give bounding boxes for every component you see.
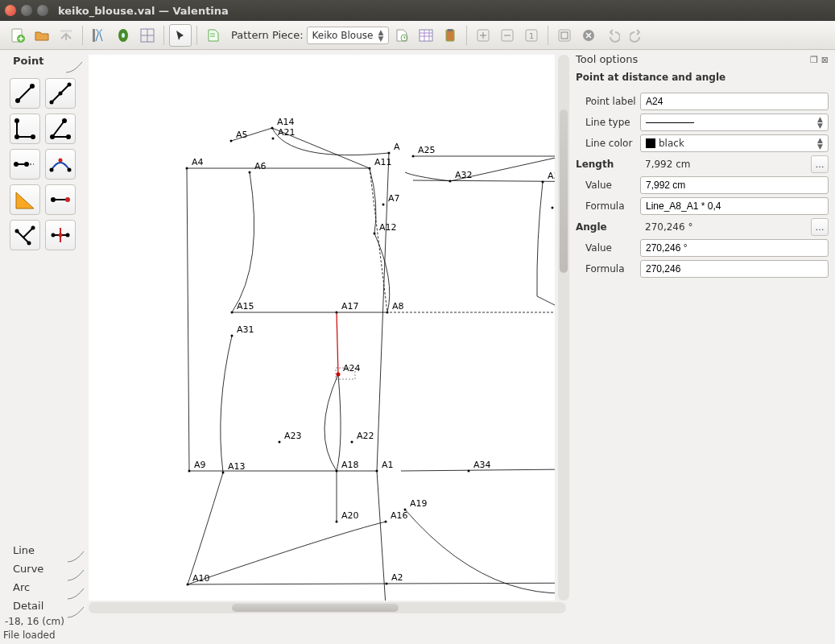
window-minimize-button[interactable] bbox=[21, 5, 32, 16]
svg-text:A34: A34 bbox=[473, 460, 491, 470]
svg-point-144 bbox=[552, 207, 554, 209]
tool-shoulder[interactable] bbox=[10, 220, 40, 250]
redo-button[interactable] bbox=[626, 24, 648, 47]
tool-triangle[interactable] bbox=[10, 184, 40, 215]
drawing-canvas[interactable]: AA1A2A3A4A5A6A7A8A9A10A11A12A13A14A15A16… bbox=[89, 55, 555, 601]
svg-point-52 bbox=[52, 233, 56, 237]
tape-button[interactable] bbox=[112, 24, 134, 47]
svg-text:A1: A1 bbox=[382, 460, 394, 470]
svg-point-41 bbox=[59, 159, 63, 163]
tool-bisector[interactable] bbox=[45, 114, 76, 144]
window-close-button[interactable] bbox=[5, 5, 16, 16]
tool-along-line[interactable] bbox=[10, 149, 40, 180]
grid-measure-button[interactable] bbox=[136, 24, 159, 47]
svg-rect-3 bbox=[93, 29, 95, 42]
svg-text:A7: A7 bbox=[388, 193, 400, 204]
svg-point-90 bbox=[386, 312, 389, 314]
length-value-input[interactable] bbox=[640, 176, 829, 194]
svg-text:A: A bbox=[394, 142, 400, 152]
tab-point[interactable]: Point bbox=[6, 52, 82, 70]
horizontal-scrollbar[interactable] bbox=[89, 602, 566, 613]
svg-text:A23: A23 bbox=[284, 431, 302, 441]
svg-point-5 bbox=[122, 33, 125, 38]
stop-button[interactable] bbox=[577, 24, 600, 47]
svg-point-37 bbox=[14, 162, 19, 167]
point-label-label: Point label bbox=[576, 96, 640, 107]
detach-icon[interactable]: ❐ bbox=[810, 55, 818, 65]
tab-detail[interactable]: Detail bbox=[6, 597, 84, 615]
svg-point-40 bbox=[68, 168, 72, 172]
svg-text:A17: A17 bbox=[341, 301, 359, 312]
svg-rect-15 bbox=[559, 30, 570, 41]
svg-point-114 bbox=[336, 521, 338, 523]
svg-point-124 bbox=[412, 155, 415, 158]
save-file-button[interactable] bbox=[55, 24, 77, 47]
pattern-piece-select[interactable]: Keiko Blouse ▲▼ bbox=[307, 27, 390, 44]
svg-text:A21: A21 bbox=[278, 127, 296, 138]
undo-button[interactable] bbox=[601, 24, 624, 47]
tool-perpendicular[interactable] bbox=[10, 114, 40, 144]
tool-midpoint[interactable] bbox=[45, 78, 76, 109]
svg-point-96 bbox=[369, 167, 371, 170]
tab-curve[interactable]: Curve bbox=[6, 559, 84, 578]
new-file-button[interactable] bbox=[6, 24, 29, 47]
close-panel-icon[interactable]: ⊠ bbox=[821, 55, 829, 65]
length-formula-input[interactable] bbox=[640, 197, 829, 215]
svg-text:A15: A15 bbox=[237, 301, 254, 312]
svg-text:A13: A13 bbox=[228, 461, 246, 472]
clipboard-button[interactable] bbox=[439, 24, 461, 47]
length-label: Length bbox=[576, 159, 640, 170]
zoom-out-button[interactable] bbox=[496, 24, 519, 47]
svg-text:A11: A11 bbox=[374, 157, 392, 167]
angle-formula-input[interactable] bbox=[640, 260, 829, 278]
svg-point-74 bbox=[388, 152, 391, 155]
line-type-select[interactable]: ▲▼ bbox=[640, 114, 829, 131]
zoom-in-button[interactable] bbox=[472, 24, 494, 47]
angle-value-input[interactable] bbox=[640, 239, 829, 257]
svg-text:A12: A12 bbox=[379, 222, 397, 233]
tab-arc[interactable]: Arc bbox=[6, 578, 84, 597]
tool-intersection[interactable] bbox=[45, 149, 76, 180]
tab-line[interactable]: Line bbox=[6, 541, 84, 559]
svg-text:A25: A25 bbox=[418, 145, 436, 155]
svg-text:A31: A31 bbox=[237, 324, 254, 335]
vertical-scrollbar[interactable] bbox=[558, 55, 569, 601]
window-maximize-button[interactable] bbox=[37, 5, 48, 16]
open-file-button[interactable] bbox=[31, 24, 53, 47]
zoom-original-button[interactable]: 1 bbox=[520, 24, 543, 47]
svg-point-134 bbox=[542, 181, 544, 184]
svg-text:A19: A19 bbox=[410, 498, 428, 509]
line-color-label: Line color bbox=[576, 138, 640, 149]
svg-text:A32: A32 bbox=[455, 170, 473, 180]
angle-formula-label: Formula bbox=[576, 263, 640, 275]
body-measure-button[interactable] bbox=[88, 24, 110, 47]
angle-label: Angle bbox=[576, 221, 640, 233]
svg-point-138 bbox=[449, 180, 452, 183]
point-label-input[interactable] bbox=[640, 93, 829, 110]
svg-point-48 bbox=[27, 242, 31, 246]
svg-point-106 bbox=[385, 521, 387, 523]
svg-point-142 bbox=[468, 470, 470, 473]
tool-segment[interactable] bbox=[10, 78, 40, 109]
tool-line-intersect[interactable] bbox=[45, 220, 76, 250]
svg-rect-2 bbox=[60, 30, 72, 32]
line-color-select[interactable]: black▲▼ bbox=[640, 134, 829, 152]
zoom-fit-button[interactable] bbox=[553, 24, 576, 47]
table-button[interactable] bbox=[415, 24, 437, 47]
line-type-label: Line type bbox=[576, 117, 640, 128]
svg-point-34 bbox=[62, 118, 67, 123]
svg-point-112 bbox=[404, 509, 407, 511]
svg-point-120 bbox=[279, 441, 281, 444]
arrow-tool-button[interactable] bbox=[169, 24, 192, 47]
angle-edit-button[interactable]: … bbox=[811, 218, 829, 236]
svg-point-47 bbox=[15, 229, 19, 233]
main-toolbar: Pattern Piece: Keiko Blouse ▲▼ 1 bbox=[0, 21, 835, 50]
svg-text:A8: A8 bbox=[392, 301, 404, 312]
tool-point-line[interactable] bbox=[45, 184, 76, 215]
svg-point-100 bbox=[222, 472, 225, 474]
pattern-icon-button[interactable] bbox=[202, 24, 225, 47]
svg-line-63 bbox=[337, 312, 338, 374]
svg-rect-16 bbox=[561, 32, 568, 39]
length-edit-button[interactable]: … bbox=[811, 155, 829, 173]
history-button[interactable] bbox=[391, 24, 413, 47]
